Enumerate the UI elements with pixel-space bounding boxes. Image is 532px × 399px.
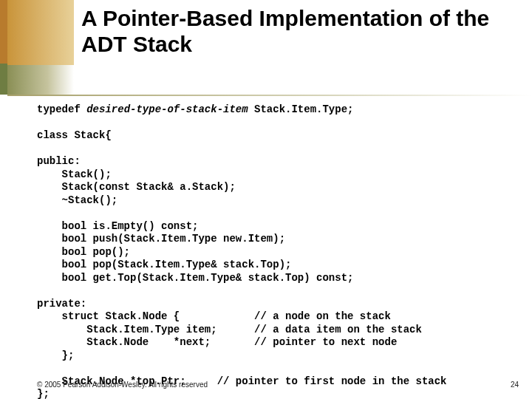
code-line: Stack(); (37, 168, 112, 180)
code-line: bool is.Empty() const; (37, 220, 198, 232)
code-line: typedef (37, 103, 86, 115)
copyright-text: © 2005 Pearson Addison-Wesley. All right… (37, 381, 208, 389)
code-block: typedef desired-type-of-stack-item Stack… (37, 103, 520, 399)
code-line: }; (37, 349, 74, 361)
code-line: Stack.Item.Type item; // a data item on … (37, 324, 422, 335)
footer: © 2005 Pearson Addison-Wesley. All right… (37, 381, 519, 389)
code-line: Stack.Node *next; // pointer to next nod… (37, 336, 397, 348)
code-line: private: (37, 298, 86, 310)
code-line: public: (37, 155, 81, 167)
title-band-lower (7, 65, 74, 95)
code-line: class Stack{ (37, 129, 112, 141)
slide-title: A Pointer-Based Implementation of the AD… (81, 6, 522, 57)
code-line: bool push(Stack.Item.Type new.Item); (37, 233, 285, 245)
code-line: Stack.Item.Type; (248, 103, 354, 115)
code-line: ~Stack(); (37, 194, 117, 206)
code-line: bool pop(); (37, 246, 130, 258)
code-line-italic: desired-type-of-stack-item (86, 103, 248, 115)
title-band-upper (7, 0, 74, 65)
left-border-strip (0, 0, 7, 399)
code-line: bool get.Top(Stack.Item.Type& stack.Top)… (37, 272, 353, 284)
page-number: 24 (511, 381, 519, 389)
code-line: }; (37, 388, 50, 399)
code-line: Stack(const Stack& a.Stack); (37, 181, 236, 193)
code-line: struct Stack.Node { // a node on the sta… (37, 310, 391, 322)
title-underline (7, 95, 532, 96)
code-line: bool pop(Stack.Item.Type& stack.Top); (37, 259, 291, 270)
